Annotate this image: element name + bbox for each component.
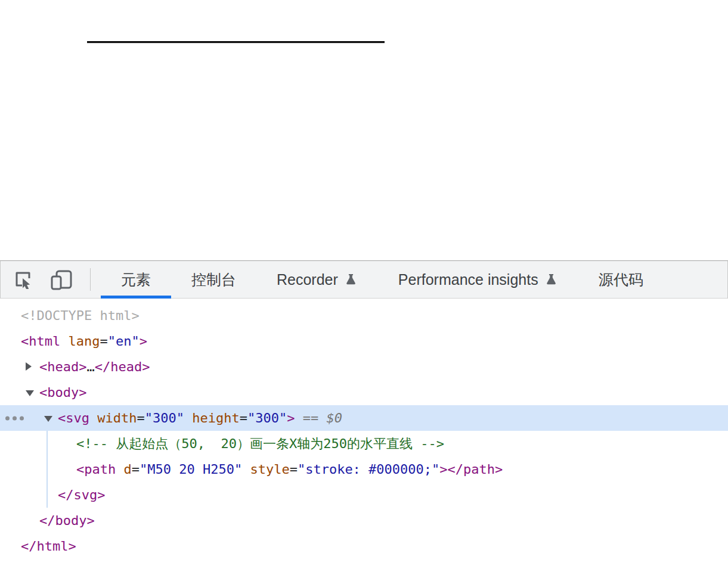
tab-recorder[interactable]: Recorder: [256, 261, 378, 298]
tab-performance-insights-label: Performance insights: [398, 271, 538, 288]
experiment-flask-icon: [544, 272, 558, 287]
tree-row-2[interactable]: <html lang="en">: [0, 328, 728, 354]
code-token-plain: =: [240, 411, 247, 425]
tree-row-7[interactable]: <path d="M50 20 H250" style="stroke: #00…: [0, 456, 728, 482]
code-token-plain: …: [86, 359, 94, 374]
tree-row-6[interactable]: <!-- 从起始点（50, 20）画一条X轴为250的水平直线 -->: [0, 431, 728, 456]
code-token-tag: </body>: [39, 513, 95, 528]
code-token-plain: =: [137, 411, 144, 425]
code-token-tag: >: [140, 334, 147, 349]
experiment-flask-icon: [344, 272, 358, 287]
tab-sources[interactable]: 源代码: [578, 261, 664, 298]
tab-recorder-label: Recorder: [277, 271, 338, 288]
tree-row-9[interactable]: </body>: [0, 508, 728, 533]
code-token-meta: == $0: [295, 411, 342, 425]
code-token-plain: [242, 462, 250, 477]
tree-row-8[interactable]: </svg>: [0, 482, 728, 508]
code-token-tag: <svg: [58, 411, 97, 425]
toolbar-separator: [90, 268, 91, 291]
code-token-plain: =: [132, 462, 140, 477]
code-token-val: "stroke: #000000;": [298, 462, 439, 477]
code-token-tag: <path: [76, 462, 123, 477]
devtools-toolbar: 元素控制台Recorder Performance insights 源代码: [0, 261, 728, 299]
tab-console-label: 控制台: [191, 270, 236, 290]
code-token-attr: style: [250, 462, 289, 477]
tree-row-3[interactable]: <head>…</head>: [0, 354, 728, 380]
elements-tree: <!DOCTYPE html><html lang="en"><head>…</…: [0, 299, 728, 559]
code-token-tag: </svg>: [58, 487, 105, 502]
tab-elements[interactable]: 元素: [101, 261, 171, 298]
page-viewport: [0, 0, 728, 260]
device-toolbar-icon: [49, 268, 73, 291]
code-token-com: <!-- 从起始点（50, 20）画一条X轴为250的水平直线 -->: [76, 436, 444, 451]
code-token-val: "300": [145, 411, 184, 425]
code-token-attr: d: [123, 462, 131, 477]
code-token-val: "en": [108, 334, 140, 349]
inspect-cursor-icon: [14, 270, 33, 289]
code-token-tag: <html: [21, 334, 68, 349]
rendered-svg-line: [87, 41, 385, 43]
code-token-tag: <head>: [39, 359, 86, 374]
code-token-tag: >: [287, 411, 295, 425]
code-token-attr: lang: [68, 334, 100, 349]
tree-row-4[interactable]: <body>: [0, 380, 728, 405]
code-token-plain: =: [100, 334, 107, 349]
tab-elements-label: 元素: [121, 270, 151, 290]
code-token-plain: =: [290, 462, 298, 477]
code-token-val: "M50 20 H250": [140, 462, 242, 477]
tab-sources-label: 源代码: [599, 270, 643, 290]
inspect-element-button[interactable]: [11, 266, 35, 293]
code-token-val: "300": [247, 411, 287, 425]
code-token-tag: </html>: [21, 539, 76, 554]
code-token-attr: height: [192, 411, 239, 425]
device-toolbar-button[interactable]: [49, 266, 73, 293]
collapse-arrow-icon[interactable]: [26, 390, 34, 396]
tab-performance-insights[interactable]: Performance insights: [378, 261, 578, 298]
more-actions-icon[interactable]: [5, 416, 24, 420]
tree-row-1[interactable]: <!DOCTYPE html>: [0, 303, 728, 328]
code-token-attr: width: [97, 411, 137, 425]
code-token-grey: <!DOCTYPE html>: [21, 308, 140, 323]
devtools-panel: 元素控制台Recorder Performance insights 源代码 <…: [0, 260, 728, 578]
tree-row-5[interactable]: <svg width="300" height="300"> == $0: [0, 405, 728, 431]
code-token-tag: ></path>: [439, 462, 503, 477]
tree-row-10[interactable]: </html>: [0, 533, 728, 559]
code-token-tag: <body>: [39, 385, 86, 400]
indent-guide: [47, 431, 48, 508]
collapse-arrow-icon[interactable]: [44, 416, 52, 422]
code-token-tag: </head>: [95, 359, 150, 374]
devtools-tabs: 元素控制台Recorder Performance insights 源代码: [101, 261, 664, 298]
expand-arrow-icon[interactable]: [26, 362, 32, 371]
tab-console[interactable]: 控制台: [171, 261, 256, 298]
code-token-plain: [184, 411, 192, 425]
